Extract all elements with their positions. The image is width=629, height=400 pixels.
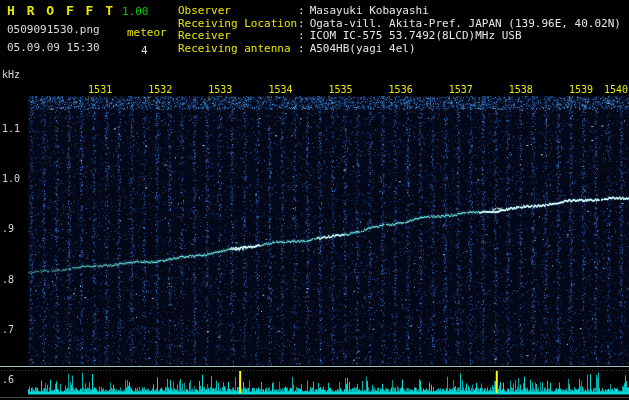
info-row: Receiving antenna:A504HB(yagi 4el): [178, 42, 621, 55]
info-colon: :: [298, 29, 305, 42]
mode-label: meteor: [127, 27, 167, 38]
app-version: 1.00: [122, 6, 149, 17]
info-colon: :: [298, 4, 305, 17]
y-tick-label: .8: [2, 274, 14, 285]
x-tick-label: 1534: [268, 84, 292, 95]
info-label: Receiving Location: [178, 17, 298, 30]
info-value: ICOM IC-575 53.7492(8LCD)MHz USB: [310, 29, 522, 42]
output-filename: 0509091530.png: [7, 24, 100, 35]
frequency-axis-unit-label: kHz: [2, 70, 20, 80]
x-tick-label: 1538: [509, 84, 533, 95]
info-colon: :: [298, 42, 305, 55]
x-tick-label: 1539: [569, 84, 593, 95]
info-row: Observer:Masayuki Kobayashi: [178, 4, 621, 17]
observation-datetime: 05.09.09 15:30: [7, 42, 100, 53]
spectrogram-canvas: [0, 0, 629, 400]
info-value: Ogata-vill. Akita-Pref. JAPAN (139.96E, …: [310, 17, 621, 30]
info-label: Observer: [178, 4, 298, 17]
x-tick-label: 1531: [88, 84, 112, 95]
observer-info-block: Observer:Masayuki KobayashiReceiving Loc…: [178, 4, 621, 54]
info-label: Receiver: [178, 29, 298, 42]
info-value: Masayuki Kobayashi: [310, 4, 429, 17]
app-title: H R O F F T: [7, 4, 115, 17]
y-tick-label: 1.1: [2, 123, 20, 134]
x-tick-label: 1532: [148, 84, 172, 95]
y-tick-label: .7: [2, 324, 14, 335]
x-tick-label: 1535: [329, 84, 353, 95]
info-value: A504HB(yagi 4el): [310, 42, 416, 55]
info-row: Receiver:ICOM IC-575 53.7492(8LCD)MHz US…: [178, 29, 621, 42]
y-tick-label: .6: [2, 374, 14, 385]
y-tick-label: 1.0: [2, 173, 20, 184]
meteor-count: 4: [141, 45, 148, 56]
y-tick-label: .9: [2, 223, 14, 234]
info-colon: :: [298, 17, 305, 30]
x-tick-label: 1540: [604, 84, 628, 95]
info-row: Receiving Location:Ogata-vill. Akita-Pre…: [178, 17, 621, 30]
x-tick-label: 1537: [449, 84, 473, 95]
x-tick-label: 1533: [208, 84, 232, 95]
hrofft-window: H R O F F T 1.00 0509091530.png meteor 0…: [0, 0, 629, 400]
x-tick-label: 1536: [389, 84, 413, 95]
info-label: Receiving antenna: [178, 42, 298, 55]
